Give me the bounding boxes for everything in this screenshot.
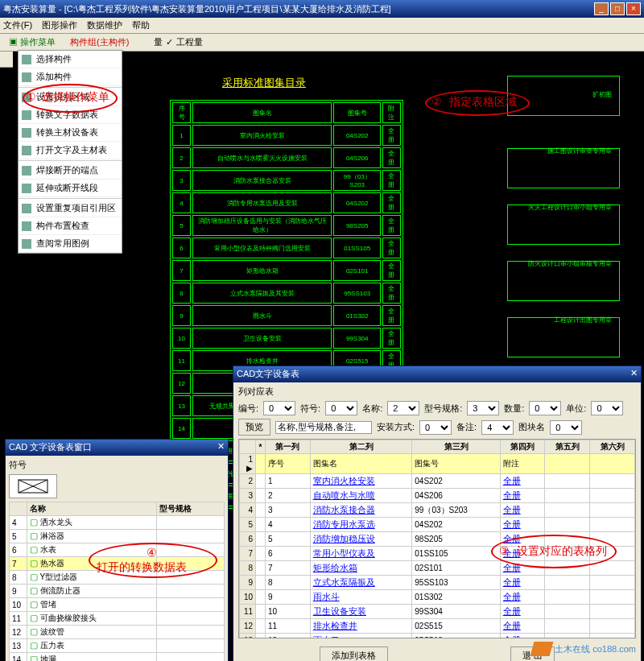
table-row[interactable]: 1110卫生设备安装99S304全册 [240,605,635,619]
maximize-button[interactable]: □ [610,2,625,15]
dlg2-num-select[interactable]: 0 [263,401,295,415]
annotation-2-num: ② [431,95,442,108]
dlg1-close-icon[interactable]: ✕ [217,441,225,454]
table-row[interactable]: 32自动喷水与水喷04S206全册 [240,489,635,503]
annotation-1-text: 选择操作菜单 [42,90,109,105]
annotation-4-num: ④ [147,546,157,559]
table-row[interactable]: 4▢ 洒水龙头 [10,516,225,530]
menu-open-table[interactable]: 打开文字及主材表 [19,142,122,159]
cad-right-label: 工程设计出图专用章 [554,316,612,324]
window-title: 粤杰安装算量 - [C:\粤杰工程系列软件\粤杰安装算量2010\用户工程项目\… [3,3,391,15]
table-row[interactable]: 21室内消火栓安装04S202全册 [240,474,635,489]
dlg2-block-select[interactable]: 0 [550,420,582,435]
dlg2-hint-input[interactable] [275,421,372,434]
dlg2-unit-select[interactable]: 0 [591,401,623,415]
table-row[interactable]: 13▢ 压力表 [10,639,225,653]
menu-convert-material-table[interactable]: 转换主材设备表 [19,124,122,142]
table-row[interactable]: 109雨水斗01S302全册 [240,590,635,605]
main-titlebar: 粤杰安装算量 - [C:\粤杰工程系列软件\粤杰安装算量2010\用户工程项目\… [0,0,644,18]
table-row[interactable]: 10▢ 管堵 [10,598,225,612]
table-row[interactable]: 1 ▶序号图集名图集号附注 [240,454,635,474]
table-row[interactable]: 11▢ 可曲挠橡胶接头 [10,612,225,626]
dlg2-group-label: 列对应表 [238,386,636,398]
op-menu-button[interactable]: ▣ 操作菜单 [3,34,61,51]
dlg1-symbol-box [9,474,57,498]
table-row[interactable]: 12▢ 波纹管 [10,626,225,639]
close-button[interactable]: × [626,2,641,15]
annotation-2-text: 指定表格区域 [449,95,517,109]
cad-right-label: 防火设计日审小组审核专用章 [528,259,612,268]
menu-file[interactable]: 文件(F) [3,19,32,31]
cad-right-label: 施工图设计审查专用章 [547,147,612,155]
cad-drawing-title: 采用标准图集目录 [222,76,306,90]
main-menubar: 文件(F) 图形操作 数据维护 帮助 [0,18,644,34]
dlg1-titlebar: CAD 文字设备表窗口 ✕ [6,440,228,456]
dlg1-table[interactable]: 名称型号规格 4▢ 洒水龙头5▢ 淋浴器6▢ 水表7▢ 热水器8▢ Y型过滤器9… [9,502,225,661]
comp-group-label[interactable]: 构件组(主构件) [64,34,134,51]
table-row[interactable]: 9▢ 倒流防止器 [10,585,225,598]
menu-layout-check[interactable]: 构件布置检查 [19,217,122,235]
cad-text-device-table-dialog: CAD文字设备表 ✕ 列对应表 编号:0 符号:0 名称:2 型号规格:3 数量… [233,366,642,661]
table-row[interactable]: 43消防水泵接合器99（03）S203全册 [240,503,635,518]
table-row[interactable]: 54消防专用水泵选04S202全册 [240,518,635,532]
dlg2-title: CAD文字设备表 [237,368,299,381]
toolbar-check[interactable]: ✓ [166,37,173,48]
dlg2-name-select[interactable]: 2 [387,401,419,415]
annotation-3-num: ③ [499,544,510,557]
menu-set-repeat-ref[interactable]: 设置重复项目引用区 [19,200,122,217]
menu-weld-endpoint[interactable]: 焊接断开的端点 [19,162,122,180]
table-row[interactable]: 98立式水泵隔振及95SS103全册 [240,576,635,590]
menu-select-comp[interactable]: 选择构件 [19,51,122,68]
table-row[interactable]: 1211排水检查井02S515全册 [240,619,635,634]
dlg1-title: CAD 文字设备表窗口 [9,441,92,454]
watermark-icon [530,642,554,656]
watermark: 土木在线 co188.com [532,642,636,656]
minimize-button[interactable]: _ [594,2,609,15]
dlg2-preview-button[interactable]: 预览 [238,419,270,436]
toolbar-amount[interactable]: 量 [154,36,163,48]
dlg2-add-button[interactable]: 添加到表格 [320,647,388,661]
menu-view-legend[interactable]: 查阅常用图例 [19,235,122,253]
main-toolbar: ▣ 操作菜单 构件组(主构件) 量 ✓ 工程量 [0,34,644,52]
dlg2-install-select[interactable]: 0 [419,420,452,435]
dlg2-qty-select[interactable]: 0 [529,401,561,415]
cad-right-label: 扩初图 [592,90,612,99]
dlg2-titlebar: CAD文字设备表 ✕ [233,366,641,382]
dlg2-sym-select[interactable]: 0 [325,401,357,415]
menu-data[interactable]: 数据维护 [87,19,122,31]
menu-graphics[interactable]: 图形操作 [42,19,77,31]
menu-help[interactable]: 帮助 [132,19,150,31]
annotation-1-num: ① [26,90,36,103]
annotation-4-text: 打开的转换数据表 [97,560,187,575]
table-row[interactable]: 1312雨水口95S518全册 [240,634,635,639]
annotation-3-text: 设置对应的表格列 [517,544,607,559]
table-row[interactable]: 14▢ 地漏 [10,653,225,662]
operation-menu: 选择构件 添加构件 设置识别区域 转换文字数据表 转换主材设备表 打开文字及主材… [18,50,122,254]
dlg1-symbol-label: 符号 [9,459,225,471]
table-row[interactable]: 5▢ 淋浴器 [10,530,225,543]
dlg2-remark-select[interactable]: 4 [481,420,514,435]
dlg2-spec-select[interactable]: 3 [467,401,499,415]
toolbar-proj-amount[interactable]: 工程量 [176,36,203,48]
menu-extend-break[interactable]: 延伸或断开线段 [19,180,122,197]
cad-right-label: 火灾工程设计日审小组专用章 [528,203,612,212]
dlg2-close-icon[interactable]: ✕ [630,368,638,381]
